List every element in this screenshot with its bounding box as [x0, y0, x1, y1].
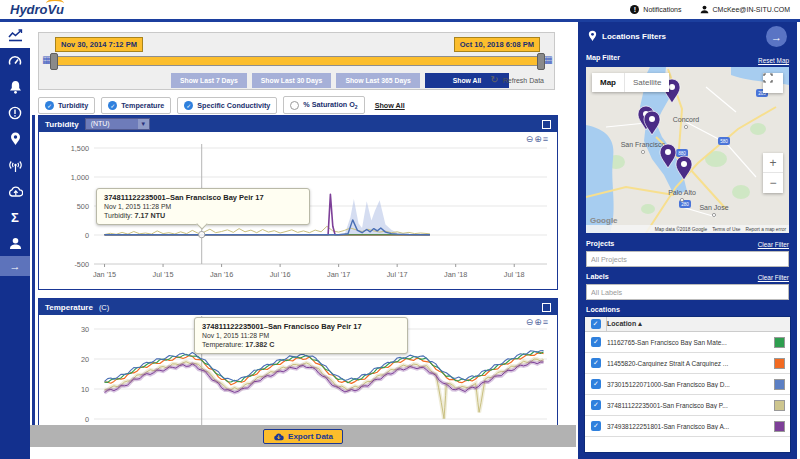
satellite-button[interactable]: Satellite [624, 73, 669, 92]
refresh-data-button[interactable]: ↻ Refresh Data [490, 75, 544, 85]
range-button[interactable]: Show Last 7 Days [171, 73, 247, 88]
svg-text:1,000: 1,000 [71, 173, 89, 182]
start-date-chip[interactable]: Nov 30, 2014 7:12 PM [55, 37, 143, 52]
location-row[interactable]: ✓374811122235001-San Francisco Bay P... [585, 395, 790, 416]
tooltip-location: 374811122235001–San Francisco Bay Peir 1… [202, 322, 400, 331]
reset-map-link[interactable]: Reset Map [758, 57, 789, 64]
location-checkbox[interactable]: ✓ [591, 421, 601, 431]
location-column-header[interactable]: Location ▴ [607, 320, 642, 328]
sidebar-item-alarms[interactable] [0, 74, 30, 100]
clear-projects-filter-link[interactable]: Clear Filter [758, 241, 789, 248]
sidebar-item-dashboard[interactable] [0, 48, 30, 74]
location-row[interactable]: ✓374938122251801-San Francisco Bay A... [585, 416, 790, 437]
parameter-label: % Saturation O2 [303, 100, 357, 110]
report-error-link[interactable]: Report a map error [745, 227, 786, 232]
zoom-in-icon[interactable]: ⊕ [534, 317, 543, 327]
parameter-toggle[interactable]: ✓Turbidity [38, 97, 95, 114]
clear-labels-filter-link[interactable]: Clear Filter [758, 274, 789, 281]
map-zoom-in-button[interactable]: + [763, 153, 783, 173]
location-row[interactable]: ✓11162765-San Francisco Bay San Mate... [585, 332, 790, 353]
zoom-in-icon[interactable]: ⊕ [534, 134, 543, 144]
slider-handle-start[interactable] [50, 53, 58, 70]
select-all-checkbox[interactable]: ✓ [591, 319, 601, 329]
cloud-download-icon [273, 432, 284, 441]
map-zoom-out-button[interactable]: − [763, 173, 783, 193]
notifications-label: Notifications [643, 6, 681, 13]
series-color-swatch [774, 337, 785, 348]
user-menu-button[interactable]: CMcKee@IN-SITU.COM [700, 5, 791, 14]
location-checkbox[interactable]: ✓ [591, 400, 601, 410]
chart-menu-icon[interactable]: ≡ [543, 317, 549, 327]
slider-handle-end[interactable] [537, 53, 545, 70]
turbidity-unit-dropdown[interactable]: (NTU) ▼ [85, 118, 150, 130]
range-button[interactable]: Show Last 365 Days [336, 73, 419, 88]
sigma-icon: Σ [11, 211, 19, 224]
antenna-icon [8, 159, 23, 172]
city-label: Concord [673, 116, 700, 123]
sidebar-item-upload[interactable] [0, 178, 30, 204]
location-checkbox[interactable]: ✓ [591, 379, 601, 389]
svg-text:Jul '16: Jul '16 [270, 270, 291, 279]
location-checkbox[interactable]: ✓ [591, 358, 601, 368]
location-checkbox[interactable]: ✓ [591, 337, 601, 347]
zoom-out-icon[interactable]: ⊖ [526, 134, 535, 144]
zoom-out-icon[interactable]: ⊖ [526, 317, 535, 327]
svg-text:0: 0 [85, 231, 89, 240]
location-row[interactable]: ✓11455820-Carquinez Strait A Carquinez .… [585, 353, 790, 374]
tooltip-date: Nov 1, 2015 11:28 PM [202, 332, 400, 339]
expand-chart-icon[interactable] [542, 303, 551, 312]
terms-link[interactable]: Terms of Use [712, 227, 740, 232]
temperature-chart-header: Temperature (C) [39, 299, 557, 315]
labels-filter-input[interactable] [586, 284, 789, 300]
location-row[interactable]: ✓373015122071000-San Francisco Bay D... [585, 374, 790, 395]
chevron-down-icon: ▼ [138, 119, 149, 129]
parameter-toggle[interactable]: % Saturation O2 [283, 96, 364, 114]
notifications-button[interactable]: ! Notifications [630, 5, 681, 14]
map-filter[interactable]: 205880580280ConcordSan FranciscoPalo Alt… [586, 67, 789, 233]
sidebar-item-charts[interactable] [0, 22, 30, 48]
svg-text:10: 10 [81, 385, 89, 394]
turbidity-tooltip: 374811122235001–San Francisco Bay Peir 1… [96, 188, 310, 225]
sidebar-item-locations[interactable] [0, 126, 30, 152]
turbidity-zoom-tools: ⊖⊕≡ [526, 134, 549, 144]
sidebar-item-calculations[interactable]: Σ [0, 204, 30, 230]
svg-text:Jul '17: Jul '17 [387, 270, 408, 279]
turbidity-unit-value: (NTU) [86, 119, 138, 129]
line-chart-icon [8, 29, 23, 42]
sidebar-collapse-button[interactable]: → [0, 256, 30, 276]
svg-text:Jul '15: Jul '15 [153, 270, 174, 279]
map-fullscreen-button[interactable] [763, 73, 783, 93]
city-label: San Francisco [621, 141, 666, 148]
collapse-panel-button[interactable]: → [766, 26, 787, 47]
parameter-toggle[interactable]: ✓Temperature [101, 97, 171, 114]
map-filter-label: Map Filter [586, 53, 620, 62]
svg-text:30: 30 [81, 325, 89, 334]
series-color-swatch [774, 379, 785, 390]
bell-icon [9, 80, 22, 94]
city-marker [712, 213, 715, 216]
show-all-parameters-link[interactable]: Show All [375, 101, 405, 110]
turbidity-chart-panel: Turbidity (NTU) ▼ ⊖⊕≡ 1,5001,0005000-500… [38, 115, 558, 290]
svg-text:Jan '18: Jan '18 [444, 270, 467, 279]
parameter-toggle[interactable]: ✓Specific Conductivity [177, 97, 277, 114]
end-date-chip[interactable]: Oct 10, 2018 6:08 PM [454, 37, 540, 52]
locations-label: Locations [586, 305, 620, 314]
projects-filter-input[interactable] [586, 251, 789, 267]
checked-icon: ✓ [108, 101, 117, 110]
svg-text:880: 880 [678, 151, 686, 156]
series-color-swatch [774, 400, 785, 411]
range-button[interactable]: Show Last 30 Days [252, 73, 332, 88]
svg-text:1,500: 1,500 [71, 144, 89, 153]
tooltip-param: Temperature: [202, 341, 243, 348]
unchecked-icon [290, 101, 299, 110]
date-range-panel: Nov 30, 2014 7:12 PM Oct 10, 2018 6:08 P… [38, 32, 555, 90]
sidebar-item-users[interactable] [0, 230, 30, 256]
expand-chart-icon[interactable] [542, 120, 551, 129]
chart-menu-icon[interactable]: ≡ [543, 134, 549, 144]
export-data-button[interactable]: Export Data [263, 429, 343, 444]
map-button[interactable]: Map [592, 73, 624, 92]
time-range-slider[interactable] [53, 56, 542, 66]
locations-table: ✓ Location ▴ ✓11162765-San Francisco Bay… [584, 316, 791, 453]
sidebar-item-telemetry[interactable] [0, 152, 30, 178]
sidebar-item-alerts[interactable] [0, 100, 30, 126]
